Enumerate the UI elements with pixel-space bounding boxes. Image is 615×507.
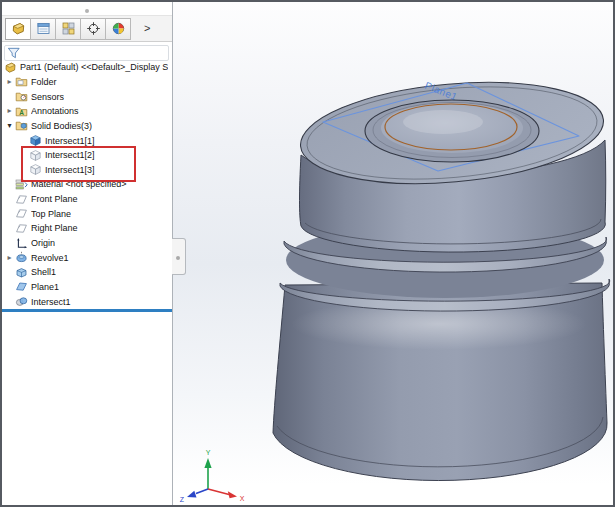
body-cube-solid-icon [29,134,42,147]
origin-icon [15,237,28,250]
tree-item-sensors[interactable]: Sensors [2,89,172,104]
solidworks-window: > Part1 (Default) <<Default>_Display S▸F… [0,0,615,507]
tree-item-label: Right Plane [31,223,78,233]
tree-item-annotations[interactable]: ▸AAnnotations [2,104,172,119]
featuremanager-panel: > Part1 (Default) <<Default>_Display S▸F… [2,2,173,505]
folder-icon [15,75,28,88]
svg-text:A: A [19,109,24,116]
tree-item-label: Intersect1[1] [45,136,95,146]
expand-arrow-icon[interactable]: ▸ [4,254,15,262]
orientation-triad: Y X Z [180,449,245,503]
tree-item-intersect1-1[interactable]: Intersect1[1] [2,133,172,148]
expand-arrow-icon[interactable]: ▸ [4,78,15,86]
dome-highlight [403,110,483,134]
tree-item-label: Shell1 [31,267,56,277]
triad-z-arrow-icon [187,491,197,498]
shell-icon [15,266,28,279]
scene-3d: Plane1 Y X Z [173,2,613,505]
propertymanager-tab[interactable] [30,18,56,40]
triad-x-arrow-icon [228,491,237,498]
part-geometry[interactable]: Plane1 [273,71,610,481]
tree-item-origin[interactable]: Origin [2,236,172,251]
tree-item-label: Intersect1 [31,297,71,307]
tree-item-front-plane[interactable]: Front Plane [2,192,172,207]
tree-item-label: Folder [31,77,57,87]
body-cube-outline-icon [29,163,42,176]
tree-filter-row [4,45,169,61]
tree-item-label: Front Plane [31,194,78,204]
tab-overflow[interactable]: > [144,23,150,34]
plane-filled-icon [15,280,28,293]
tree-item-intersect1-2[interactable]: Intersect1[2] [2,148,172,163]
panel-tab-bar: > [2,15,172,42]
tree-item-label: Top Plane [31,209,71,219]
tree-item-shell1[interactable]: Shell1 [2,265,172,280]
tree-item-right-plane[interactable]: Right Plane [2,221,172,236]
tree-item-solid-bodies-3[interactable]: ▾Solid Bodies(3) [2,119,172,134]
tree-item-plane1[interactable]: Plane1 [2,280,172,295]
dimxpertmanager-tab[interactable] [80,18,106,40]
tree-item-intersect1-3[interactable]: Intersect1[3] [2,162,172,177]
tree-item-top-plane[interactable]: Top Plane [2,206,172,221]
splitter-dot-icon [176,256,180,260]
tree-item-revolve1[interactable]: ▸Revolve1 [2,250,172,265]
solid-bodies-folder-icon [15,119,28,132]
graphics-viewport[interactable]: Plane1 Y X Z [173,2,613,505]
plane-outline-icon [15,193,28,206]
material-icon [15,178,28,191]
configurationmanager-tab[interactable] [55,18,81,40]
panel-splitter-handle[interactable] [85,9,89,13]
tree-item-material-not-specified[interactable]: Material <not specified> [2,177,172,192]
body-cube-outline-icon [29,149,42,162]
triad-x-axis [208,489,229,494]
triad-z-axis [196,489,208,494]
intersect-icon [15,295,28,308]
featuremanager-design-tree-tab[interactable] [5,18,31,40]
triad-y-arrow-icon [204,458,211,468]
rollback-bar[interactable] [2,309,172,312]
tree-item-intersect1[interactable]: Intersect1 [2,294,172,309]
triad-x-label: X [240,495,245,502]
tree-item-part1-default-default-display-s[interactable]: Part1 (Default) <<Default>_Display S [2,60,172,75]
triad-z-label: Z [180,496,185,503]
annotations-folder-icon: A [15,105,28,118]
tree-item-label: Material <not specified> [31,179,127,189]
part-icon [4,61,17,74]
tree-item-label: Intersect1[3] [45,165,95,175]
feature-tree: Part1 (Default) <<Default>_Display S▸Fol… [2,60,172,309]
sensors-folder-icon [15,90,28,103]
tree-item-label: Solid Bodies(3) [31,121,92,131]
revolve-icon [15,251,28,264]
panel-splitter-tab[interactable] [172,238,186,275]
tree-item-label: Origin [31,238,55,248]
tree-item-label: Plane1 [31,282,59,292]
tree-item-label: Sensors [31,92,64,102]
expand-arrow-icon[interactable]: ▾ [4,122,15,130]
displaymanager-tab[interactable] [105,18,131,40]
tree-item-label: Revolve1 [31,253,69,263]
filter-funnel-icon[interactable] [7,46,21,60]
plane-outline-icon [15,207,28,220]
triad-y-label: Y [206,449,211,456]
tree-item-label: Part1 (Default) <<Default>_Display S [20,62,168,72]
expand-arrow-icon[interactable]: ▸ [4,107,15,115]
tree-item-label: Annotations [31,106,79,116]
plane-outline-icon [15,222,28,235]
tree-item-folder[interactable]: ▸Folder [2,75,172,90]
tree-item-label: Intersect1[2] [45,150,95,160]
